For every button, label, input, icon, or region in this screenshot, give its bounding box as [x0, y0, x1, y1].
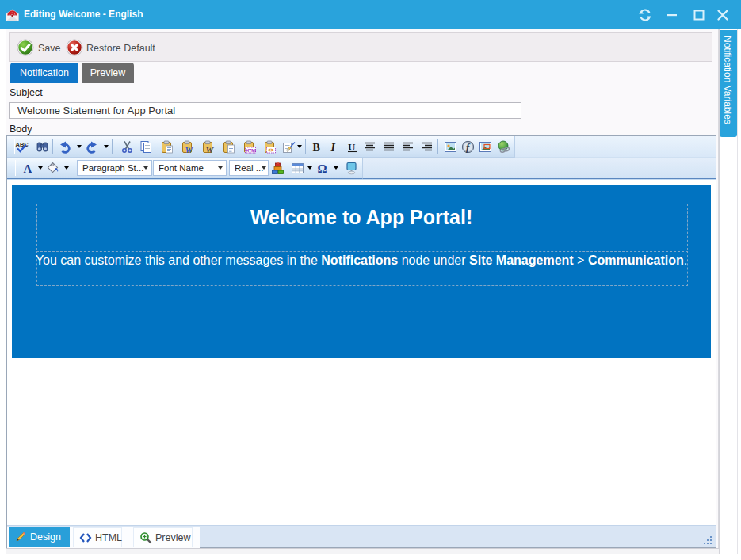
svg-text:HTML: HTML — [246, 148, 256, 153]
svg-text:<>: <> — [268, 147, 274, 153]
svg-text:U: U — [348, 141, 356, 153]
svg-text:W: W — [185, 145, 194, 154]
svg-text:B: B — [313, 142, 320, 154]
svg-text:ABC: ABC — [16, 141, 29, 148]
svg-text:W: W — [206, 145, 215, 154]
svg-text:I: I — [330, 142, 336, 154]
svg-text:A: A — [24, 162, 32, 175]
svg-text:Ω: Ω — [318, 162, 327, 175]
